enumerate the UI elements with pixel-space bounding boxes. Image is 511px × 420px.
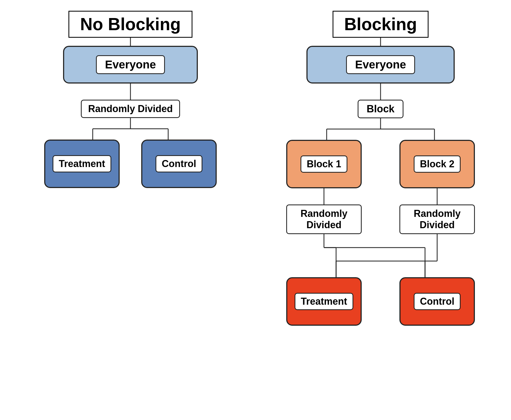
right-control-box: Control [399, 277, 475, 326]
randomly-row: Randomly Divided Randomly Divided [286, 204, 475, 234]
branch-final [286, 234, 475, 277]
block1-box: Block 1 [286, 140, 362, 188]
left-randomly-box: Randomly Divided [81, 100, 180, 118]
line-everyone-block [379, 84, 382, 100]
left-diagram: No Blocking Everyone Randomly Divided [16, 11, 245, 188]
lines-block-randomly [286, 188, 475, 204]
blocks-row: Block 1 Block 2 [286, 140, 475, 188]
left-treatment-box: Treatment [44, 140, 120, 188]
right-everyone-label: Everyone [346, 55, 415, 74]
right-treatment-box: Treatment [286, 277, 362, 326]
blocking-title: Blocking [333, 11, 429, 38]
right-leaf-row: Treatment Control [286, 277, 475, 326]
line-title-everyone-right [379, 38, 382, 46]
left-everyone-box: Everyone [63, 46, 198, 84]
right-diagram: Blocking Everyone Block Block 1 [266, 11, 495, 326]
right-randomly2-box: Randomly Divided [399, 204, 475, 234]
no-blocking-title: No Blocking [68, 11, 192, 38]
left-treatment-label: Treatment [53, 155, 111, 172]
right-control-label: Control [414, 293, 461, 310]
block2-label: Block 2 [414, 155, 461, 173]
main-container: No Blocking Everyone Randomly Divided [0, 0, 511, 420]
right-treatment-label: Treatment [295, 293, 353, 310]
left-control-label: Control [156, 155, 202, 172]
branch-blocks [300, 118, 461, 140]
left-leaf-row: Treatment Control [44, 140, 217, 188]
right-everyone-box: Everyone [306, 46, 455, 84]
block2-box: Block 2 [399, 140, 475, 188]
line-everyone-randomly-left [129, 84, 132, 100]
block1-label: Block 1 [301, 155, 347, 173]
block-node: Block [358, 100, 403, 118]
left-everyone-label: Everyone [96, 55, 165, 74]
line-title-everyone-left [129, 38, 132, 46]
branch-left [79, 118, 182, 140]
right-randomly1-box: Randomly Divided [286, 204, 362, 234]
left-control-box: Control [141, 140, 217, 188]
